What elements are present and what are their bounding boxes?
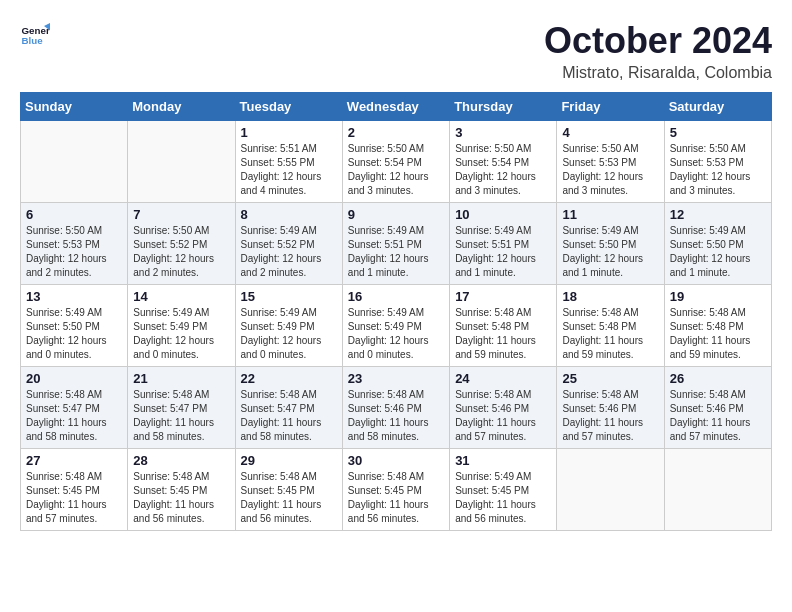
weekday-header-tuesday: Tuesday	[235, 93, 342, 121]
day-info: Sunrise: 5:49 AM Sunset: 5:49 PM Dayligh…	[348, 306, 444, 362]
day-number: 17	[455, 289, 551, 304]
day-number: 14	[133, 289, 229, 304]
calendar-cell: 18Sunrise: 5:48 AM Sunset: 5:48 PM Dayli…	[557, 285, 664, 367]
day-number: 5	[670, 125, 766, 140]
day-number: 23	[348, 371, 444, 386]
calendar-cell: 7Sunrise: 5:50 AM Sunset: 5:52 PM Daylig…	[128, 203, 235, 285]
day-info: Sunrise: 5:49 AM Sunset: 5:50 PM Dayligh…	[670, 224, 766, 280]
calendar-cell: 14Sunrise: 5:49 AM Sunset: 5:49 PM Dayli…	[128, 285, 235, 367]
calendar-cell: 5Sunrise: 5:50 AM Sunset: 5:53 PM Daylig…	[664, 121, 771, 203]
day-info: Sunrise: 5:48 AM Sunset: 5:46 PM Dayligh…	[670, 388, 766, 444]
day-info: Sunrise: 5:48 AM Sunset: 5:46 PM Dayligh…	[348, 388, 444, 444]
day-info: Sunrise: 5:48 AM Sunset: 5:45 PM Dayligh…	[26, 470, 122, 526]
day-number: 28	[133, 453, 229, 468]
calendar-week-row: 6Sunrise: 5:50 AM Sunset: 5:53 PM Daylig…	[21, 203, 772, 285]
calendar-cell: 21Sunrise: 5:48 AM Sunset: 5:47 PM Dayli…	[128, 367, 235, 449]
calendar-cell: 26Sunrise: 5:48 AM Sunset: 5:46 PM Dayli…	[664, 367, 771, 449]
calendar-cell	[128, 121, 235, 203]
day-number: 19	[670, 289, 766, 304]
calendar-cell: 29Sunrise: 5:48 AM Sunset: 5:45 PM Dayli…	[235, 449, 342, 531]
weekday-header-wednesday: Wednesday	[342, 93, 449, 121]
location-title: Mistrato, Risaralda, Colombia	[544, 64, 772, 82]
weekday-header-row: SundayMondayTuesdayWednesdayThursdayFrid…	[21, 93, 772, 121]
weekday-header-sunday: Sunday	[21, 93, 128, 121]
calendar-cell: 10Sunrise: 5:49 AM Sunset: 5:51 PM Dayli…	[450, 203, 557, 285]
logo-icon: General Blue	[20, 20, 50, 50]
day-info: Sunrise: 5:48 AM Sunset: 5:45 PM Dayligh…	[133, 470, 229, 526]
calendar-cell: 8Sunrise: 5:49 AM Sunset: 5:52 PM Daylig…	[235, 203, 342, 285]
day-info: Sunrise: 5:48 AM Sunset: 5:45 PM Dayligh…	[241, 470, 337, 526]
calendar-week-row: 20Sunrise: 5:48 AM Sunset: 5:47 PM Dayli…	[21, 367, 772, 449]
day-number: 30	[348, 453, 444, 468]
calendar-cell	[21, 121, 128, 203]
day-info: Sunrise: 5:49 AM Sunset: 5:45 PM Dayligh…	[455, 470, 551, 526]
day-number: 27	[26, 453, 122, 468]
calendar-cell: 2Sunrise: 5:50 AM Sunset: 5:54 PM Daylig…	[342, 121, 449, 203]
header: General Blue October 2024 Mistrato, Risa…	[20, 20, 772, 82]
day-info: Sunrise: 5:49 AM Sunset: 5:50 PM Dayligh…	[26, 306, 122, 362]
day-info: Sunrise: 5:48 AM Sunset: 5:46 PM Dayligh…	[562, 388, 658, 444]
day-info: Sunrise: 5:50 AM Sunset: 5:54 PM Dayligh…	[455, 142, 551, 198]
day-number: 6	[26, 207, 122, 222]
calendar: SundayMondayTuesdayWednesdayThursdayFrid…	[20, 92, 772, 531]
calendar-cell: 28Sunrise: 5:48 AM Sunset: 5:45 PM Dayli…	[128, 449, 235, 531]
calendar-week-row: 13Sunrise: 5:49 AM Sunset: 5:50 PM Dayli…	[21, 285, 772, 367]
day-info: Sunrise: 5:49 AM Sunset: 5:51 PM Dayligh…	[455, 224, 551, 280]
day-number: 20	[26, 371, 122, 386]
calendar-cell: 9Sunrise: 5:49 AM Sunset: 5:51 PM Daylig…	[342, 203, 449, 285]
title-area: October 2024 Mistrato, Risaralda, Colomb…	[544, 20, 772, 82]
weekday-header-saturday: Saturday	[664, 93, 771, 121]
calendar-cell: 27Sunrise: 5:48 AM Sunset: 5:45 PM Dayli…	[21, 449, 128, 531]
day-info: Sunrise: 5:49 AM Sunset: 5:49 PM Dayligh…	[133, 306, 229, 362]
calendar-cell: 24Sunrise: 5:48 AM Sunset: 5:46 PM Dayli…	[450, 367, 557, 449]
day-info: Sunrise: 5:50 AM Sunset: 5:52 PM Dayligh…	[133, 224, 229, 280]
calendar-cell: 15Sunrise: 5:49 AM Sunset: 5:49 PM Dayli…	[235, 285, 342, 367]
day-number: 22	[241, 371, 337, 386]
day-number: 7	[133, 207, 229, 222]
calendar-cell: 4Sunrise: 5:50 AM Sunset: 5:53 PM Daylig…	[557, 121, 664, 203]
day-number: 15	[241, 289, 337, 304]
day-number: 2	[348, 125, 444, 140]
calendar-cell: 3Sunrise: 5:50 AM Sunset: 5:54 PM Daylig…	[450, 121, 557, 203]
day-number: 8	[241, 207, 337, 222]
day-info: Sunrise: 5:48 AM Sunset: 5:48 PM Dayligh…	[455, 306, 551, 362]
day-number: 13	[26, 289, 122, 304]
weekday-header-monday: Monday	[128, 93, 235, 121]
calendar-cell: 20Sunrise: 5:48 AM Sunset: 5:47 PM Dayli…	[21, 367, 128, 449]
day-number: 11	[562, 207, 658, 222]
day-info: Sunrise: 5:49 AM Sunset: 5:49 PM Dayligh…	[241, 306, 337, 362]
day-number: 4	[562, 125, 658, 140]
calendar-cell: 16Sunrise: 5:49 AM Sunset: 5:49 PM Dayli…	[342, 285, 449, 367]
day-number: 25	[562, 371, 658, 386]
day-number: 29	[241, 453, 337, 468]
day-number: 18	[562, 289, 658, 304]
calendar-cell	[557, 449, 664, 531]
day-number: 1	[241, 125, 337, 140]
day-info: Sunrise: 5:49 AM Sunset: 5:51 PM Dayligh…	[348, 224, 444, 280]
day-info: Sunrise: 5:49 AM Sunset: 5:52 PM Dayligh…	[241, 224, 337, 280]
calendar-cell: 22Sunrise: 5:48 AM Sunset: 5:47 PM Dayli…	[235, 367, 342, 449]
day-number: 12	[670, 207, 766, 222]
day-number: 3	[455, 125, 551, 140]
calendar-cell: 31Sunrise: 5:49 AM Sunset: 5:45 PM Dayli…	[450, 449, 557, 531]
day-number: 9	[348, 207, 444, 222]
day-info: Sunrise: 5:48 AM Sunset: 5:46 PM Dayligh…	[455, 388, 551, 444]
day-info: Sunrise: 5:50 AM Sunset: 5:53 PM Dayligh…	[670, 142, 766, 198]
calendar-cell: 11Sunrise: 5:49 AM Sunset: 5:50 PM Dayli…	[557, 203, 664, 285]
day-info: Sunrise: 5:48 AM Sunset: 5:48 PM Dayligh…	[670, 306, 766, 362]
day-info: Sunrise: 5:50 AM Sunset: 5:54 PM Dayligh…	[348, 142, 444, 198]
calendar-cell: 30Sunrise: 5:48 AM Sunset: 5:45 PM Dayli…	[342, 449, 449, 531]
calendar-cell: 17Sunrise: 5:48 AM Sunset: 5:48 PM Dayli…	[450, 285, 557, 367]
calendar-cell: 6Sunrise: 5:50 AM Sunset: 5:53 PM Daylig…	[21, 203, 128, 285]
calendar-cell: 25Sunrise: 5:48 AM Sunset: 5:46 PM Dayli…	[557, 367, 664, 449]
weekday-header-thursday: Thursday	[450, 93, 557, 121]
day-info: Sunrise: 5:51 AM Sunset: 5:55 PM Dayligh…	[241, 142, 337, 198]
calendar-cell	[664, 449, 771, 531]
day-info: Sunrise: 5:50 AM Sunset: 5:53 PM Dayligh…	[26, 224, 122, 280]
day-info: Sunrise: 5:48 AM Sunset: 5:45 PM Dayligh…	[348, 470, 444, 526]
calendar-cell: 12Sunrise: 5:49 AM Sunset: 5:50 PM Dayli…	[664, 203, 771, 285]
day-info: Sunrise: 5:50 AM Sunset: 5:53 PM Dayligh…	[562, 142, 658, 198]
calendar-cell: 13Sunrise: 5:49 AM Sunset: 5:50 PM Dayli…	[21, 285, 128, 367]
day-number: 24	[455, 371, 551, 386]
day-number: 16	[348, 289, 444, 304]
